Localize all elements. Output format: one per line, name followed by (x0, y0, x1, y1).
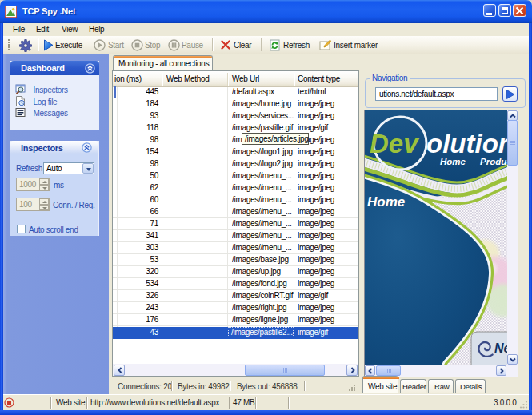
svg-text:Products: Products (480, 157, 507, 166)
svg-text:Home: Home (440, 157, 466, 166)
svg-text:Ne: Ne (494, 341, 507, 355)
svg-text:Home: Home (367, 194, 405, 209)
svg-text:olutions: olutions (426, 129, 507, 158)
svg-text:Dev: Dev (370, 129, 419, 158)
